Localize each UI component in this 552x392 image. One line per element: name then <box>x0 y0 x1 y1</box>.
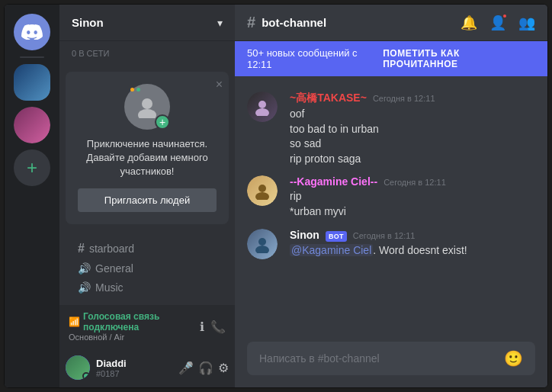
volume-icon: 🔊 <box>78 262 91 275</box>
online-count: 0 В СЕТИ <box>59 41 235 64</box>
headset-icon[interactable]: 🎧 <box>198 361 213 375</box>
avatar-sinon <box>247 229 278 259</box>
plus-icon: + <box>155 114 170 130</box>
user-panel: Diaddi #0187 🎤 🎧 ⚙ <box>59 348 235 387</box>
settings-icon[interactable]: ⚙ <box>218 361 229 375</box>
invite-people-button[interactable]: Пригласить людей <box>78 188 217 212</box>
discord-logo[interactable] <box>14 14 50 50</box>
username-kagamine[interactable]: --Kagamine Ciel-- <box>290 175 377 188</box>
timestamp-takase: Сегодня в 12:11 <box>373 94 435 103</box>
voice-status-text: 📶 Голосовая связь подключена <box>69 311 200 333</box>
svg-point-6 <box>258 238 266 246</box>
server-name: Sinon <box>72 16 104 29</box>
chevron-down-icon: ▾ <box>217 17 223 29</box>
voice-actions: ℹ 📞 <box>200 320 226 334</box>
server-sidebar: + <box>5 5 59 387</box>
dot-1 <box>130 88 134 92</box>
voice-connected-bar: 📶 Голосовая связь подключена Основной / … <box>59 305 235 348</box>
invite-card: × + Приключение начинается. Давайте доба… <box>66 72 229 224</box>
svg-point-5 <box>255 192 269 200</box>
user-avatar <box>66 355 90 380</box>
message-header-kagamine: --Kagamine Ciel-- Сегодня в 12:11 <box>290 175 535 188</box>
channel-hash-icon: # <box>247 14 255 31</box>
svg-point-4 <box>258 185 266 192</box>
timestamp-sinon: Сегодня в 12:11 <box>353 231 416 240</box>
channel-item-music[interactable]: 🔊 Music <box>66 278 229 297</box>
channel-name-starboard: starboard <box>89 243 134 255</box>
chat-header-icons: 🔔 👤 👥 <box>461 14 535 31</box>
username-takase[interactable]: ~高橋TAKASE~ <box>290 92 367 105</box>
message-content-kagamine: --Kagamine Ciel-- Сегодня в 12:11 rip*ur… <box>290 175 535 219</box>
username-sinon[interactable]: Sinon <box>290 229 319 241</box>
message-sinon: Sinon BOT Сегодня в 12:11 @Kagamine Ciel… <box>235 226 547 262</box>
emoji-icon[interactable]: 🙂 <box>504 349 523 368</box>
add-server-button[interactable]: + <box>14 149 50 186</box>
chat-title: # bot-channel <box>247 14 326 31</box>
microphone-icon[interactable]: 🎤 <box>178 361 194 375</box>
voice-connected-row: 📶 Голосовая связь подключена Основной / … <box>69 311 226 342</box>
message-header-sinon: Sinon BOT Сегодня в 12:11 <box>290 229 535 242</box>
unread-text: 50+ новых сообщений с 12:11 <box>247 47 383 70</box>
messages-container: ~高橋TAKASE~ Сегодня в 12:11 ooftoo bad to… <box>235 76 547 342</box>
timestamp-kagamine: Сегодня в 12:11 <box>384 178 446 187</box>
channel-sidebar: Sinon ▾ 0 В СЕТИ × + <box>59 5 235 387</box>
svg-point-3 <box>255 108 269 116</box>
avatar-kagamine <box>247 175 278 206</box>
message-text-kagamine: rip*urban myvi <box>290 189 535 219</box>
svg-point-0 <box>142 98 152 109</box>
server-icon-2[interactable] <box>14 107 50 143</box>
main-chat: # bot-channel 🔔 👤 👥 50+ новых сообщений … <box>235 5 547 387</box>
channel-name-music: Music <box>95 281 124 294</box>
server-icon-1[interactable] <box>14 64 50 101</box>
avatar-takase <box>247 92 278 122</box>
voice-channel-name: Основной / Air <box>69 333 200 342</box>
message-content-takase: ~高橋TAKASE~ Сегодня в 12:11 ooftoo bad to… <box>290 92 535 166</box>
invite-avatar-area: + <box>124 84 170 130</box>
chat-input[interactable] <box>259 352 498 365</box>
bot-badge: BOT <box>326 231 347 242</box>
channel-name-general: General <box>95 262 133 275</box>
svg-point-1 <box>138 109 156 118</box>
chat-input-box: 🙂 <box>247 342 535 375</box>
channel-item-starboard[interactable]: # starboard <box>66 239 229 259</box>
volume-icon-music: 🔊 <box>78 281 91 294</box>
message-text-takase: ooftoo bad to in urbanso sadrip proton s… <box>290 107 535 166</box>
close-icon[interactable]: × <box>216 78 223 92</box>
bell-icon[interactable]: 🔔 <box>461 14 477 31</box>
notification-icon[interactable]: 👤 <box>489 14 506 31</box>
chat-channel-name: bot-channel <box>262 16 326 29</box>
chat-header: # bot-channel 🔔 👤 👥 <box>235 5 547 41</box>
message-kagamine: --Kagamine Ciel-- Сегодня в 12:11 rip*ur… <box>235 172 547 222</box>
online-status-dot <box>82 372 90 380</box>
mention: @Kagamine Ciel <box>290 244 373 256</box>
unread-banner: 50+ новых сообщений с 12:11 ПОМЕТИТЬ КАК… <box>235 41 547 76</box>
server-divider <box>20 56 44 58</box>
message-text-sinon: @Kagamine Ciel. Word doesnt exist! <box>290 243 535 259</box>
hash-icon: # <box>78 242 85 255</box>
message-content-sinon: Sinon BOT Сегодня в 12:11 @Kagamine Ciel… <box>290 229 535 259</box>
user-discriminator: #0187 <box>96 369 172 378</box>
dot-2 <box>136 88 140 92</box>
svg-point-2 <box>258 101 266 108</box>
phone-icon[interactable]: 📞 <box>210 320 226 334</box>
info-icon[interactable]: ℹ <box>200 320 204 334</box>
decorative-dots <box>130 88 140 92</box>
user-info: Diaddi #0187 <box>96 358 172 378</box>
svg-point-7 <box>255 246 269 253</box>
message-takase: ~高橋TAKASE~ Сегодня в 12:11 ooftoo bad to… <box>235 88 547 169</box>
app-container: + Sinon ▾ 0 В СЕТИ × <box>4 4 548 388</box>
message-header-takase: ~高橋TAKASE~ Сегодня в 12:11 <box>290 92 535 105</box>
channel-list: # starboard 🔊 General 🔊 Music <box>59 232 235 305</box>
signal-icon: 📶 <box>69 316 80 327</box>
notification-dot <box>502 13 508 19</box>
members-icon[interactable]: 👥 <box>518 14 535 31</box>
chat-input-area: 🙂 <box>235 342 547 387</box>
user-controls: 🎤 🎧 ⚙ <box>178 361 229 375</box>
channel-item-general[interactable]: 🔊 General <box>66 259 229 278</box>
mark-read-button[interactable]: ПОМЕТИТЬ КАК ПРОЧИТАННОЕ <box>383 48 535 69</box>
invite-card-text: Приключение начинается. Давайте добавим … <box>78 137 217 179</box>
server-header[interactable]: Sinon ▾ <box>59 5 235 41</box>
username: Diaddi <box>96 358 172 369</box>
